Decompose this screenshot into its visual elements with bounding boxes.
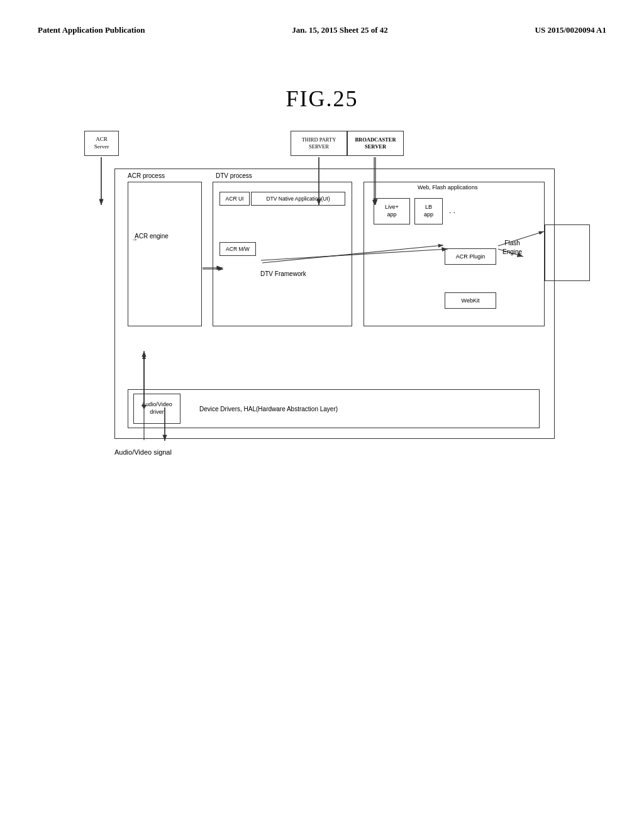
dtv-native-box: DTV Native Application(UI) [251,192,345,206]
acr-plugin-box: ACR Plugin [445,248,496,265]
flash-engine-label: FlashEngine [502,239,522,257]
device-drivers-label: Device Drivers, HAL(Hardware Abstraction… [199,406,338,412]
drivers-box: Audio/Videodriver Device Drivers, HAL(Ha… [128,389,540,428]
acr-process-inner-box: ACR engine → [128,182,202,326]
dtv-process-label: DTV process [216,172,252,179]
webkit-box: WebKit [445,292,496,309]
third-party-label: THIRD PARTYSERVER [302,136,336,150]
dots-label: . . [449,206,455,215]
lb-app-box: LBapp [414,198,443,224]
third-party-server-box: THIRD PARTYSERVER [291,131,347,156]
acr-server-label: ACRServer [94,136,109,150]
broadcaster-label: BROADCASTERSERVER [355,136,396,150]
web-flash-label: Web, Flash applications [418,184,477,191]
audio-video-signal-label: Audio/Video signal [114,448,172,456]
live-app-box: Live+app [374,198,410,224]
main-box: ACR process ACR engine → DTV process ACR… [114,169,555,439]
fig-title: FIG.25 [0,86,644,112]
flash-engine-box [545,224,590,281]
web-flash-box: Web, Flash applications Live+app LBapp .… [364,182,545,326]
dtv-framework-label: DTV Framework [260,270,306,277]
acr-engine-label: ACR engine [135,233,169,240]
header-right: US 2015/0020094 A1 [535,25,606,35]
acr-process-label: ACR process [128,172,165,179]
dtv-process-box: ACR UI DTV Native Application(UI) ACR M/… [213,182,352,326]
acr-mw-box: ACR M/W [219,242,256,256]
acr-ui-box: ACR UI [219,192,250,206]
page-header: Patent Application Publication Jan. 15, … [0,0,644,48]
header-center: Jan. 15, 2015 Sheet 25 of 42 [292,25,387,35]
header-left: Patent Application Publication [38,25,145,35]
acr-server-box: ACRServer [84,131,119,156]
audio-video-driver-box: Audio/Videodriver [133,394,180,424]
acr-engine-arrow: → [131,236,138,243]
diagram-container: ACRServer THIRD PARTYSERVER BROADCASTERS… [77,131,567,521]
broadcaster-server-box: BROADCASTERSERVER [347,131,404,156]
